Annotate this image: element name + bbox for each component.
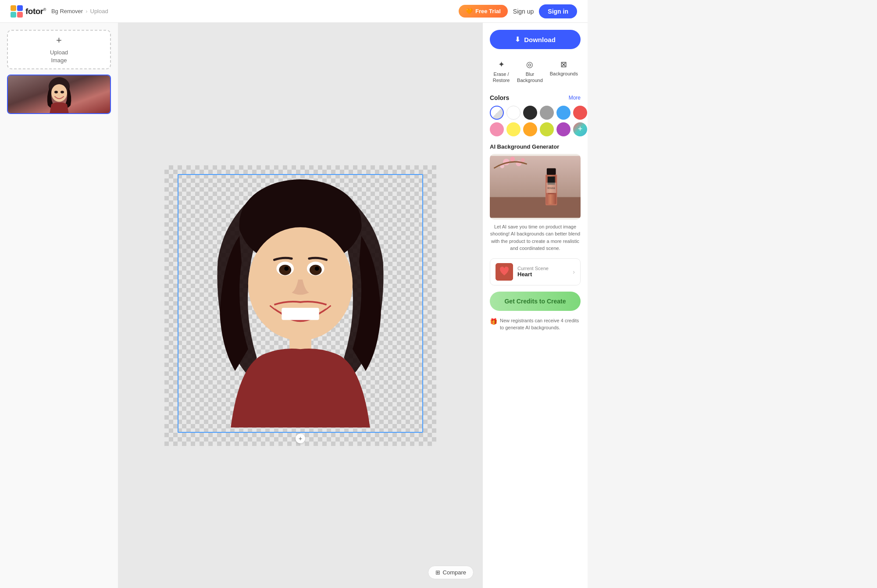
current-scene-card[interactable]: Current Scene Heart › bbox=[490, 258, 581, 285]
free-trial-button[interactable]: 🧡 Free Trial bbox=[459, 5, 508, 18]
left-panel: + UploadImage bbox=[0, 23, 118, 588]
scene-arrow-icon: › bbox=[573, 268, 575, 275]
upload-image-label: UploadImage bbox=[50, 49, 68, 64]
blur-bg-label: BlurBackground bbox=[517, 71, 543, 84]
canvas-zoom-plus[interactable]: + bbox=[296, 434, 305, 443]
scene-thumbnail bbox=[496, 263, 513, 281]
ai-section-title: AI Background Generator bbox=[490, 143, 559, 150]
svg-point-7 bbox=[61, 91, 64, 93]
svg-rect-3 bbox=[17, 12, 23, 18]
credits-note-text: New registrants can receive 4 credits to… bbox=[500, 317, 581, 331]
colors-section: Colors More + bbox=[490, 94, 581, 136]
backgrounds-icon: ⊠ bbox=[560, 60, 567, 69]
ai-background-section: AI Background Generator bbox=[490, 143, 581, 252]
download-label: Download bbox=[524, 36, 556, 43]
blur-icon: ◎ bbox=[526, 60, 533, 69]
color-swatch-gray[interactable] bbox=[540, 106, 554, 120]
color-swatch-white[interactable] bbox=[506, 106, 520, 120]
svg-point-14 bbox=[284, 266, 289, 271]
svg-rect-2 bbox=[11, 12, 16, 18]
svg-point-15 bbox=[315, 266, 319, 271]
colors-more-link[interactable]: More bbox=[569, 95, 581, 101]
color-swatch-orange[interactable] bbox=[523, 122, 537, 136]
canvas-subject[interactable]: ↻ bbox=[178, 174, 423, 433]
image-thumbnail[interactable] bbox=[7, 75, 111, 114]
logo-text: fotor® bbox=[25, 7, 46, 16]
blur-background-tool[interactable]: ◎ BlurBackground bbox=[514, 55, 545, 88]
breadcrumb-separator: › bbox=[86, 8, 87, 14]
colors-header: Colors More bbox=[490, 94, 581, 101]
get-credits-button[interactable]: Get Credits to Create bbox=[490, 292, 581, 311]
breadcrumb: Bg Remover › Upload bbox=[51, 8, 108, 14]
header: fotor® Bg Remover › Upload 🧡 Free Trial … bbox=[0, 0, 588, 23]
logo: fotor® bbox=[11, 5, 46, 18]
compare-button[interactable]: ⊞ Compare bbox=[428, 566, 474, 579]
upload-image-button[interactable]: + UploadImage bbox=[7, 30, 111, 69]
color-swatch-yellow[interactable] bbox=[506, 122, 520, 136]
tools-row: ✦ Erase /Restore ◎ BlurBackground ⊠ Back… bbox=[490, 55, 581, 88]
svg-point-24 bbox=[521, 158, 525, 162]
header-right: 🧡 Free Trial Sign up Sign in bbox=[459, 4, 577, 18]
gift-icon: 🎁 bbox=[490, 317, 497, 326]
backgrounds-label: Backgrounds bbox=[550, 71, 578, 76]
svg-rect-19 bbox=[490, 197, 581, 217]
canvas-area: ↻ bbox=[118, 23, 482, 588]
colors-grid: + bbox=[490, 106, 581, 136]
color-swatch-purple[interactable] bbox=[556, 122, 570, 136]
breadcrumb-root[interactable]: Bg Remover bbox=[51, 8, 83, 14]
thumbnail-face-svg bbox=[42, 75, 77, 113]
free-trial-label: Free Trial bbox=[475, 8, 501, 14]
erase-restore-tool[interactable]: ✦ Erase /Restore bbox=[490, 55, 513, 88]
scene-name: Heart bbox=[517, 271, 568, 278]
svg-rect-0 bbox=[11, 5, 16, 11]
subject-svg bbox=[178, 175, 422, 432]
svg-rect-16 bbox=[282, 307, 319, 320]
scene-current-label: Current Scene bbox=[517, 266, 568, 271]
scene-info: Current Scene Heart bbox=[517, 266, 568, 278]
compare-icon: ⊞ bbox=[435, 569, 440, 576]
header-left: fotor® Bg Remover › Upload bbox=[11, 5, 108, 18]
right-panel: ⬇ Download ✦ Erase /Restore ◎ BlurBackgr… bbox=[482, 23, 588, 588]
svg-point-21 bbox=[510, 157, 515, 161]
svg-rect-28 bbox=[548, 193, 555, 194]
credits-note: 🎁 New registrants can receive 4 credits … bbox=[490, 317, 581, 331]
download-button[interactable]: ⬇ Download bbox=[490, 30, 581, 49]
backgrounds-tool[interactable]: ⊠ Backgrounds bbox=[547, 55, 581, 88]
svg-point-6 bbox=[54, 91, 58, 93]
download-icon: ⬇ bbox=[515, 36, 520, 43]
color-swatch-blue[interactable] bbox=[556, 106, 570, 120]
signup-button[interactable]: Sign up bbox=[513, 8, 534, 15]
svg-rect-1 bbox=[17, 5, 23, 11]
ai-banner-svg: ROUGE bbox=[490, 154, 581, 220]
signin-button[interactable]: Sign in bbox=[539, 4, 577, 18]
main-layout: + UploadImage bbox=[0, 23, 588, 588]
heart-icon: 🧡 bbox=[466, 8, 473, 14]
scene-thumb-svg bbox=[496, 263, 513, 281]
color-swatch-green[interactable] bbox=[540, 122, 554, 136]
logo-reg: ® bbox=[43, 7, 46, 11]
fotor-logo-icon bbox=[11, 5, 23, 18]
compare-label: Compare bbox=[443, 569, 466, 576]
colors-title: Colors bbox=[490, 94, 509, 101]
color-swatch-pink[interactable] bbox=[490, 122, 504, 136]
ai-description: Let AI save you time on product image sh… bbox=[490, 223, 581, 252]
color-add-button[interactable]: + bbox=[573, 122, 587, 136]
color-swatch-red[interactable] bbox=[573, 106, 587, 120]
canvas-background: ↻ bbox=[164, 165, 436, 446]
breadcrumb-current: Upload bbox=[90, 8, 108, 14]
color-swatch-transparent[interactable] bbox=[490, 106, 504, 120]
erase-icon: ✦ bbox=[498, 60, 505, 69]
canvas-wrapper: ↻ bbox=[164, 165, 436, 446]
ai-banner-image: ROUGE bbox=[490, 154, 581, 220]
color-swatch-black[interactable] bbox=[523, 106, 537, 120]
erase-restore-label: Erase /Restore bbox=[493, 71, 510, 84]
svg-text:ROUGE: ROUGE bbox=[548, 187, 555, 189]
svg-rect-31 bbox=[547, 168, 556, 175]
plus-icon: + bbox=[56, 35, 62, 46]
